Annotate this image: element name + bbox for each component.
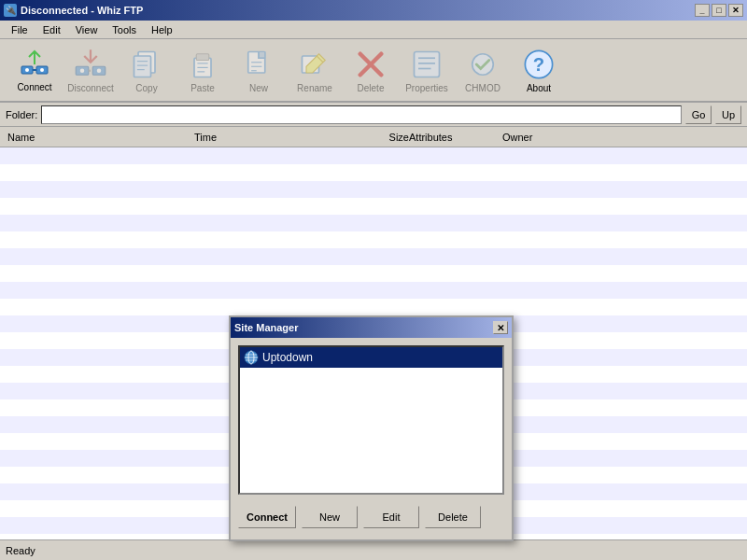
svg-rect-18 bbox=[196, 53, 209, 60]
maximize-button[interactable]: □ bbox=[712, 4, 726, 17]
window: 🔌 Disconnected - Whiz FTP _ □ ✕ File Edi… bbox=[0, 0, 747, 560]
svg-text:?: ? bbox=[533, 53, 544, 74]
svg-point-4 bbox=[40, 68, 44, 72]
site-name: Uptodown bbox=[262, 351, 313, 364]
about-label: About bbox=[527, 83, 551, 93]
title-bar-left: 🔌 Disconnected - Whiz FTP bbox=[4, 4, 143, 17]
dialog-title: Site Manager bbox=[234, 322, 298, 333]
menu-tools[interactable]: Tools bbox=[105, 22, 144, 37]
up-button[interactable]: Up bbox=[715, 105, 741, 124]
disconnect-button[interactable]: Disconnect bbox=[63, 43, 118, 97]
dialog-body: Uptodown Connect New Edit Delete bbox=[231, 338, 512, 539]
col-header-attrib: Attributes bbox=[409, 132, 502, 143]
connect-icon bbox=[18, 48, 51, 80]
app-icon: 🔌 bbox=[4, 4, 17, 17]
svg-point-10 bbox=[97, 68, 102, 73]
rename-button[interactable]: Rename bbox=[288, 43, 342, 97]
chmod-button[interactable]: CHMOD bbox=[456, 43, 510, 97]
new-icon bbox=[242, 48, 275, 81]
svg-rect-30 bbox=[415, 51, 440, 77]
window-title: Disconnected - Whiz FTP bbox=[21, 5, 143, 16]
about-icon: ? bbox=[522, 48, 556, 81]
dialog-delete-button[interactable]: Delete bbox=[425, 506, 481, 528]
file-area: Site Manager ✕ bbox=[0, 147, 747, 560]
paste-label: Paste bbox=[190, 83, 215, 93]
paste-icon bbox=[186, 48, 219, 81]
col-header-owner: Owner bbox=[502, 132, 596, 143]
folder-input[interactable] bbox=[41, 105, 682, 124]
svg-point-9 bbox=[80, 68, 85, 73]
delete-icon bbox=[354, 48, 388, 81]
title-bar-controls: _ □ ✕ bbox=[695, 4, 743, 17]
delete-label: Delete bbox=[358, 83, 385, 93]
chmod-icon bbox=[466, 48, 500, 81]
menu-file[interactable]: File bbox=[4, 22, 35, 37]
dialog-connect-button[interactable]: Connect bbox=[238, 506, 296, 528]
col-header-time: Time bbox=[194, 132, 316, 143]
file-list-header: Name Time Size Attributes Owner bbox=[0, 127, 747, 147]
dialog-edit-button[interactable]: Edit bbox=[363, 506, 419, 528]
site-item[interactable]: Uptodown bbox=[240, 347, 502, 368]
title-bar: 🔌 Disconnected - Whiz FTP _ □ ✕ bbox=[0, 0, 747, 21]
menu-help[interactable]: Help bbox=[144, 22, 180, 37]
menu-view[interactable]: View bbox=[68, 22, 106, 37]
disconnect-icon bbox=[74, 48, 107, 81]
site-icon bbox=[244, 350, 259, 365]
site-list[interactable]: Uptodown bbox=[238, 345, 504, 495]
new-button[interactable]: New bbox=[232, 43, 286, 97]
paste-button[interactable]: Paste bbox=[176, 43, 230, 97]
go-button[interactable]: Go bbox=[685, 105, 712, 124]
delete-button[interactable]: Delete bbox=[344, 43, 398, 97]
dialog-new-button[interactable]: New bbox=[302, 506, 358, 528]
close-button[interactable]: ✕ bbox=[728, 4, 743, 17]
col-header-size: Size bbox=[316, 132, 409, 143]
properties-label: Properties bbox=[405, 83, 448, 93]
svg-point-3 bbox=[25, 68, 29, 72]
dialog-title-bar: Site Manager ✕ bbox=[231, 317, 512, 338]
menu-edit[interactable]: Edit bbox=[35, 22, 68, 37]
about-button[interactable]: ? About bbox=[512, 43, 566, 97]
copy-label: Copy bbox=[135, 83, 157, 93]
chmod-label: CHMOD bbox=[465, 83, 500, 93]
copy-button[interactable]: Copy bbox=[120, 43, 174, 97]
copy-icon bbox=[130, 48, 163, 81]
new-label: New bbox=[249, 83, 268, 93]
folder-label: Folder: bbox=[6, 109, 37, 120]
connect-button[interactable]: Connect bbox=[7, 43, 62, 97]
disconnect-label: Disconnect bbox=[67, 83, 113, 93]
dialog-overlay: Site Manager ✕ bbox=[0, 147, 747, 560]
toolbar: Connect Disconnect bbox=[0, 39, 747, 103]
rename-label: Rename bbox=[297, 83, 332, 93]
site-manager-dialog: Site Manager ✕ bbox=[229, 315, 514, 541]
dialog-close-button[interactable]: ✕ bbox=[493, 321, 508, 334]
folder-bar: Folder: Go Up bbox=[0, 103, 747, 127]
menu-bar: File Edit View Tools Help bbox=[0, 21, 747, 39]
minimize-button[interactable]: _ bbox=[695, 4, 710, 17]
properties-button[interactable]: Properties bbox=[400, 43, 454, 97]
connect-label: Connect bbox=[17, 82, 51, 92]
dialog-buttons: Connect New Edit Delete bbox=[238, 502, 504, 532]
properties-icon bbox=[410, 48, 444, 81]
col-header-name: Name bbox=[7, 132, 194, 143]
rename-icon bbox=[298, 48, 331, 81]
svg-rect-13 bbox=[134, 56, 151, 77]
